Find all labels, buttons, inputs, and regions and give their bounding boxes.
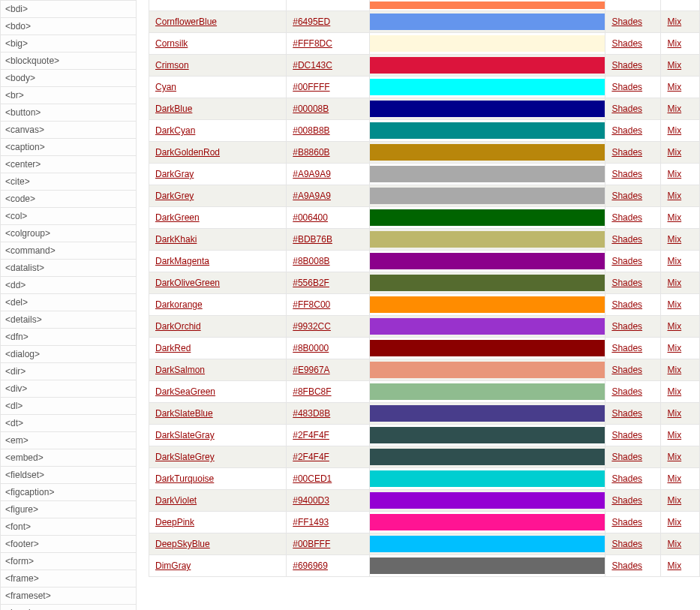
color-hex-link[interactable]: #9932CC (293, 321, 331, 332)
sidebar-tag-item[interactable]: <code> (0, 191, 137, 208)
color-hex-link[interactable]: #483D8B (293, 408, 330, 419)
shades-link[interactable]: Shades (611, 191, 642, 201)
color-hex-link[interactable]: #A9A9A9 (293, 191, 331, 201)
shades-link[interactable]: Shades (611, 104, 642, 114)
color-name-link[interactable]: Crimson (155, 60, 189, 71)
color-name-link[interactable]: DimGray (155, 560, 191, 571)
shades-link[interactable]: Shades (611, 125, 642, 136)
mix-link[interactable]: Mix (667, 365, 681, 375)
color-hex-link[interactable]: #556B2F (293, 278, 329, 288)
sidebar-tag-item[interactable]: <div> (0, 380, 137, 398)
color-name-link[interactable]: CornflowerBlue (155, 17, 217, 27)
mix-link[interactable]: Mix (667, 38, 681, 49)
mix-link[interactable]: Mix (667, 104, 681, 114)
mix-link[interactable]: Mix (667, 408, 681, 419)
sidebar-tag-item[interactable]: <em> (0, 432, 137, 449)
mix-link[interactable]: Mix (667, 169, 681, 179)
sidebar-tag-item[interactable]: <dfn> (0, 329, 137, 346)
shades-link[interactable]: Shades (611, 473, 642, 484)
sidebar-tag-item[interactable]: <button> (0, 104, 137, 122)
sidebar-tag-item[interactable]: <form> (0, 553, 137, 570)
sidebar-tag-item[interactable]: <datalist> (0, 260, 137, 277)
color-hex-link[interactable]: #FFF8DC (293, 38, 332, 49)
sidebar-tag-item[interactable]: <del> (0, 294, 137, 311)
shades-link[interactable]: Shades (611, 299, 642, 310)
mix-link[interactable]: Mix (667, 386, 681, 397)
color-name-link[interactable]: DeepPink (155, 517, 194, 527)
sidebar-tag-item[interactable]: <dt> (0, 415, 137, 432)
color-name-link[interactable]: DarkSeaGreen (155, 386, 215, 397)
color-hex-link[interactable]: #6495ED (293, 17, 330, 27)
color-hex-link[interactable]: #696969 (293, 560, 328, 571)
mix-link[interactable]: Mix (667, 321, 681, 332)
color-name-link[interactable]: DarkGoldenRod (155, 147, 220, 158)
shades-link[interactable]: Shades (611, 343, 642, 353)
color-name-link[interactable]: DarkOrchid (155, 321, 201, 332)
mix-link[interactable]: Mix (667, 60, 681, 71)
color-hex-link[interactable]: #FF8C00 (293, 299, 330, 310)
sidebar-tag-item[interactable]: <br> (0, 87, 137, 104)
sidebar-tag-item[interactable]: <frame> (0, 570, 137, 587)
shades-link[interactable]: Shades (611, 495, 642, 506)
mix-link[interactable]: Mix (667, 473, 681, 484)
mix-link[interactable]: Mix (667, 212, 681, 223)
shades-link[interactable]: Shades (611, 60, 642, 71)
mix-link[interactable]: Mix (667, 452, 681, 462)
sidebar-tag-item[interactable]: <details> (0, 311, 137, 329)
mix-link[interactable]: Mix (667, 17, 681, 27)
color-name-link[interactable]: Cyan (155, 82, 176, 92)
color-hex-link[interactable]: #8B008B (293, 256, 329, 266)
mix-link[interactable]: Mix (667, 147, 681, 158)
mix-link[interactable]: Mix (667, 278, 681, 288)
shades-link[interactable]: Shades (611, 452, 642, 462)
shades-link[interactable]: Shades (611, 212, 642, 223)
shades-link[interactable]: Shades (611, 560, 642, 571)
color-name-link[interactable]: DarkSlateGray (155, 430, 215, 440)
mix-link[interactable]: Mix (667, 517, 681, 527)
color-hex-link[interactable]: #DC143C (293, 60, 332, 71)
sidebar-tag-item[interactable]: <canvas> (0, 122, 137, 139)
color-name-link[interactable]: Darkorange (155, 299, 203, 310)
sidebar-tag-item[interactable]: <command> (0, 242, 137, 260)
mix-link[interactable]: Mix (667, 495, 681, 506)
color-name-link[interactable]: DarkMagenta (155, 256, 209, 266)
sidebar-tag-item[interactable]: <frameset> (0, 587, 137, 605)
sidebar-tag-item[interactable]: <bdi> (0, 0, 137, 18)
shades-link[interactable]: Shades (611, 147, 642, 158)
shades-link[interactable]: Shades (611, 169, 642, 179)
shades-link[interactable]: Shades (611, 38, 642, 49)
color-hex-link[interactable]: #006400 (293, 212, 328, 223)
sidebar-tag-item[interactable]: <col> (0, 208, 137, 225)
mix-link[interactable]: Mix (667, 191, 681, 201)
color-name-link[interactable]: DarkOliveGreen (155, 278, 220, 288)
sidebar-tag-item[interactable]: <font> (0, 518, 137, 536)
sidebar-tag-item[interactable]: <footer> (0, 536, 137, 553)
sidebar-tag-item[interactable]: <big> (0, 35, 137, 53)
shades-link[interactable]: Shades (611, 278, 642, 288)
mix-link[interactable]: Mix (667, 299, 681, 310)
sidebar-tag-item[interactable]: <blockquote> (0, 53, 137, 70)
shades-link[interactable]: Shades (611, 430, 642, 440)
shades-link[interactable]: Shades (611, 321, 642, 332)
shades-link[interactable]: Shades (611, 517, 642, 527)
color-hex-link[interactable]: #8B0000 (293, 343, 329, 353)
mix-link[interactable]: Mix (667, 343, 681, 353)
color-name-link[interactable]: DarkGray (155, 169, 194, 179)
color-hex-link[interactable]: #BDB76B (293, 234, 332, 245)
shades-link[interactable]: Shades (611, 408, 642, 419)
sidebar-tag-item[interactable]: <figure> (0, 501, 137, 518)
sidebar-tag-item[interactable]: <head> (0, 605, 137, 610)
sidebar-tag-item[interactable]: <figcaption> (0, 484, 137, 501)
color-hex-link[interactable]: #FF1493 (293, 517, 329, 527)
sidebar-tag-item[interactable]: <embed> (0, 449, 137, 467)
sidebar-tag-item[interactable]: <center> (0, 156, 137, 173)
color-hex-link[interactable]: #00CED1 (293, 473, 332, 484)
color-hex-link[interactable]: #00FFFF (293, 82, 329, 92)
color-name-link[interactable]: DarkTurquoise (155, 473, 214, 484)
color-name-link[interactable]: DarkBlue (155, 104, 192, 114)
mix-link[interactable]: Mix (667, 256, 681, 266)
color-name-link[interactable]: Cornsilk (155, 38, 188, 49)
mix-link[interactable]: Mix (667, 560, 681, 571)
shades-link[interactable]: Shades (611, 82, 642, 92)
sidebar-tag-item[interactable]: <dl> (0, 398, 137, 415)
